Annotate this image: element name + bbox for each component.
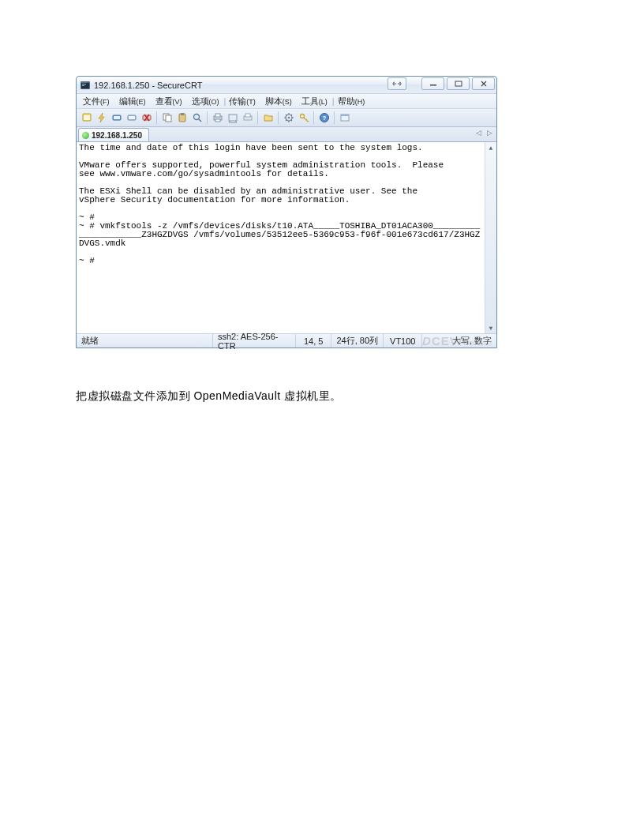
close-button[interactable] [472, 77, 495, 90]
menu-tools[interactable]: 工具(L) [301, 96, 328, 107]
svg-line-31 [286, 115, 286, 115]
maximize-button[interactable] [447, 77, 470, 90]
menu-options[interactable]: 选项(O) [192, 96, 219, 107]
svg-rect-16 [181, 113, 184, 115]
menu-transfer[interactable]: 传输(T) [229, 96, 256, 107]
toolbar-separator [257, 111, 258, 124]
menu-edit[interactable]: 编辑(E) [119, 96, 146, 107]
tool-connect-icon[interactable] [110, 111, 123, 125]
tool-printscreen-icon[interactable] [226, 111, 239, 125]
toolbar: ? [77, 109, 496, 127]
minimize-button[interactable] [421, 77, 444, 90]
window-buttons [388, 77, 495, 90]
tool-paste-icon[interactable] [175, 111, 189, 125]
menu-view[interactable]: 查看(V) [155, 96, 182, 107]
caption-text: 把虚拟磁盘文件添加到 OpenMediaVault 虚拟机里。 [76, 389, 568, 404]
tool-find-icon[interactable] [190, 111, 204, 125]
menu-help[interactable]: 帮助(H) [338, 96, 365, 107]
status-emulation: VT100 [384, 334, 422, 348]
tool-print-icon[interactable] [211, 111, 224, 125]
svg-rect-3 [82, 85, 84, 86]
tool-help-icon[interactable]: ? [317, 111, 331, 125]
svg-point-26 [287, 117, 290, 119]
session-tab[interactable]: 192.168.1.250 [78, 128, 149, 141]
tool-folder-icon[interactable] [261, 111, 275, 125]
tool-copy-icon[interactable] [160, 111, 174, 125]
toolbar-separator [278, 111, 279, 124]
status-bar: 就绪 ssh2: AES-256-CTR 14, 5 24行, 80列 VT10… [77, 333, 496, 348]
scrollbar[interactable]: ▲ ▼ [485, 142, 496, 333]
svg-rect-7 [84, 115, 90, 120]
toolbar-separator [334, 111, 335, 124]
svg-rect-39 [341, 115, 349, 116]
menu-bar: 文件(F) 编辑(E) 查看(V) 选项(O) | 传输(T) 脚本(S) 工具… [77, 94, 496, 109]
menu-separator: | [224, 96, 227, 106]
title-bar: 192.168.1.250 - SecureCRT [77, 77, 496, 94]
app-icon [80, 80, 91, 91]
svg-rect-21 [215, 119, 220, 122]
svg-line-32 [290, 120, 291, 121]
tab-nav-arrows[interactable]: ◁ ▷ [476, 129, 494, 137]
toolbar-separator [313, 111, 314, 124]
svg-rect-24 [245, 114, 250, 117]
status-cursor: 14, 5 [296, 334, 331, 348]
menu-separator: | [332, 96, 335, 106]
status-rowscols: 24行, 80列 [331, 334, 384, 348]
svg-text:?: ? [322, 115, 326, 122]
svg-line-34 [286, 120, 286, 121]
toolbar-separator [156, 111, 157, 124]
tool-dialog-icon[interactable] [338, 111, 351, 125]
tool-disconnect-icon[interactable] [140, 111, 153, 125]
svg-line-18 [199, 119, 201, 122]
svg-rect-11 [129, 116, 135, 119]
status-ready: 就绪 [77, 334, 213, 348]
tool-key-icon[interactable] [297, 111, 310, 125]
scroll-down-icon[interactable]: ▼ [485, 322, 496, 333]
session-tabs: 192.168.1.250 ◁ ▷ [77, 127, 496, 142]
terminal[interactable]: The time and date of this login have bee… [77, 142, 496, 333]
menu-file[interactable]: 文件(F) [83, 96, 110, 107]
svg-rect-9 [114, 116, 120, 119]
status-protocol: ssh2: AES-256-CTR [213, 334, 296, 348]
tab-label: 192.168.1.250 [92, 131, 142, 140]
tool-print3-icon[interactable] [241, 111, 254, 125]
connected-icon [82, 132, 89, 139]
svg-rect-2 [82, 84, 86, 85]
terminal-output: The time and date of this login have bee… [77, 142, 485, 333]
tool-new-session-icon[interactable] [80, 111, 93, 125]
svg-rect-20 [215, 114, 220, 117]
toolbar-separator [207, 111, 208, 124]
svg-rect-22 [229, 115, 237, 121]
svg-rect-5 [455, 81, 462, 86]
svg-rect-4 [430, 85, 436, 86]
svg-rect-14 [166, 115, 171, 122]
menu-script[interactable]: 脚本(S) [265, 96, 292, 107]
window-title: 192.168.1.250 - SecureCRT [94, 81, 202, 90]
securecrt-window: 192.168.1.250 - SecureCRT 文件(F) 编辑(E) [76, 76, 497, 348]
tool-lightning-icon[interactable] [95, 111, 108, 125]
tool-settings-icon[interactable] [282, 111, 295, 125]
svg-point-17 [193, 115, 199, 120]
svg-point-35 [300, 115, 304, 118]
status-caps: 大写, 数字 [452, 335, 496, 347]
svg-line-33 [290, 115, 291, 115]
tool-connect2-icon[interactable] [125, 111, 138, 125]
link-button[interactable] [388, 77, 406, 90]
scroll-up-icon[interactable]: ▲ [485, 142, 496, 153]
